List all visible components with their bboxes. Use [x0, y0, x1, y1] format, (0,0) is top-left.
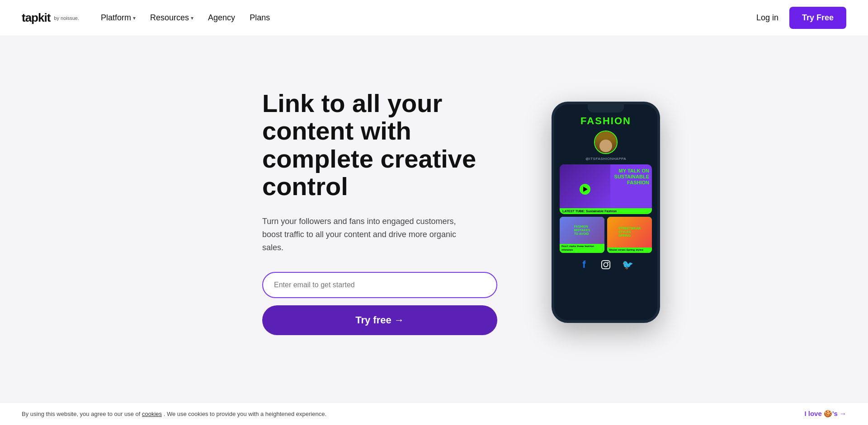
hero-content: Link to all your content with complete c… — [262, 89, 515, 336]
instagram-icon — [599, 258, 612, 271]
cookie-right[interactable]: I love 🍪's → — [804, 410, 846, 418]
nav-agency[interactable]: Agency — [208, 13, 235, 23]
phone-content: FASHION @ITSFASHIONHAPPA MY TALK ON SUST… — [554, 104, 657, 320]
phone-cards-row: FASHION MISTAKES TO AVOID Don't make the… — [560, 217, 652, 253]
nav-platform[interactable]: Platform ▾ — [101, 13, 136, 23]
phone-fashion-title: FASHION — [580, 115, 631, 127]
phone-social-icons: f 🐦 — [578, 258, 634, 271]
logo[interactable]: tapkit by noissue. — [22, 11, 79, 25]
play-triangle-icon — [583, 187, 588, 192]
hero-title: Link to all your content with complete c… — [262, 89, 515, 201]
svg-point-2 — [608, 262, 609, 263]
phone-small-card-1: FASHION MISTAKES TO AVOID Don't make the… — [560, 217, 604, 253]
phone-small-card-2: STREETWEAR STYLES SPRING Skater-street S… — [607, 217, 652, 253]
chevron-down-icon: ▾ — [133, 15, 136, 21]
svg-rect-0 — [602, 261, 610, 269]
logo-by: by noissue. — [54, 15, 79, 21]
avatar-head — [599, 140, 612, 152]
nav-links: Platform ▾ Resources ▾ Agency Plans — [101, 13, 756, 23]
phone-small-card-label-2: Skater-street Spring styles — [607, 248, 652, 253]
phone-video-card: MY TALK ON SUSTAINABLE FASHION LATEST TU… — [560, 164, 652, 214]
logo-tapkit: tapkit — [22, 11, 50, 25]
phone-handle: @ITSFASHIONHAPPA — [585, 157, 626, 161]
nav-plans[interactable]: Plans — [250, 13, 270, 23]
try-free-cta-button[interactable]: Try free → — [262, 305, 497, 335]
phone-small-card-img-1: FASHION MISTAKES TO AVOID — [560, 217, 604, 244]
chevron-down-icon: ▾ — [191, 15, 193, 21]
nav-resources[interactable]: Resources ▾ — [150, 13, 193, 23]
login-link[interactable]: Log in — [756, 13, 778, 23]
phone-video-label: LATEST TUBE: Sustainable Fashion — [560, 208, 652, 214]
phone-screen: FASHION @ITSFASHIONHAPPA MY TALK ON SUST… — [552, 102, 660, 323]
phone-video-text: MY TALK ON SUSTAINABLE FASHION — [614, 168, 649, 186]
try-free-button[interactable]: Try Free — [789, 7, 846, 29]
phone-small-card-img-2: STREETWEAR STYLES SPRING — [607, 217, 652, 248]
hero-subtitle: Turn your followers and fans into engage… — [262, 215, 461, 254]
hero-section: Link to all your content with complete c… — [0, 36, 868, 388]
avatar — [594, 131, 618, 154]
email-input[interactable] — [262, 272, 497, 298]
facebook-icon: f — [578, 258, 590, 271]
phone-small-card-label-1: Don't make these fashion mistakes — [560, 244, 604, 253]
cookie-text: By using this website, you agree to our … — [22, 411, 326, 417]
phone-mockup: FASHION @ITSFASHIONHAPPA MY TALK ON SUST… — [552, 102, 660, 323]
cookie-banner: By using this website, you agree to our … — [0, 402, 868, 425]
phone-video-bg — [560, 164, 610, 214]
phone-notch — [588, 104, 624, 112]
svg-point-1 — [604, 262, 608, 266]
play-button-icon — [580, 184, 590, 195]
twitter-icon: 🐦 — [621, 258, 634, 271]
nav-right: Log in Try Free — [756, 7, 846, 29]
navbar: tapkit by noissue. Platform ▾ Resources … — [0, 0, 868, 36]
cookie-link[interactable]: cookies — [142, 411, 162, 417]
avatar-person — [595, 131, 617, 153]
